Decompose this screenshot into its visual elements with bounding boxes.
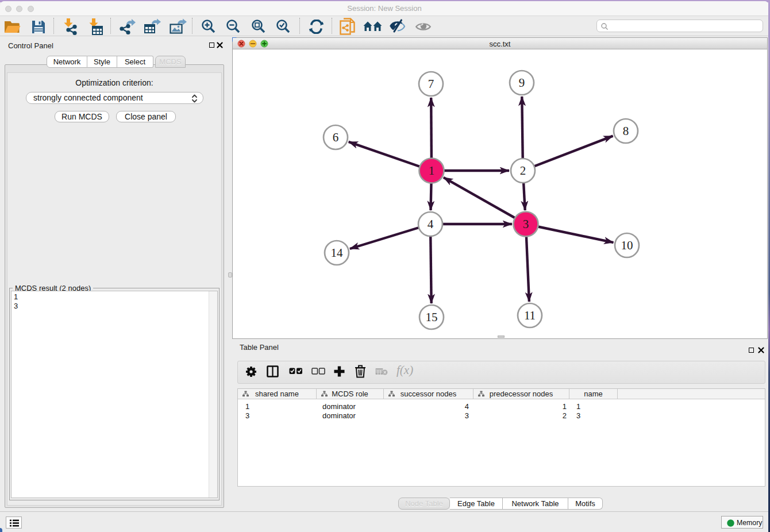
svg-text:15: 15 bbox=[426, 310, 438, 324]
svg-text:11: 11 bbox=[524, 309, 536, 322]
svg-text:3: 3 bbox=[523, 217, 529, 231]
svg-text:14: 14 bbox=[331, 246, 344, 260]
svg-text:9: 9 bbox=[519, 76, 525, 90]
svg-text:4: 4 bbox=[428, 217, 434, 231]
svg-text:6: 6 bbox=[333, 130, 339, 144]
svg-text:8: 8 bbox=[623, 124, 629, 138]
svg-text:10: 10 bbox=[621, 238, 633, 252]
svg-text:7: 7 bbox=[428, 77, 434, 91]
svg-text:2: 2 bbox=[520, 164, 526, 178]
svg-text:1: 1 bbox=[429, 164, 435, 178]
